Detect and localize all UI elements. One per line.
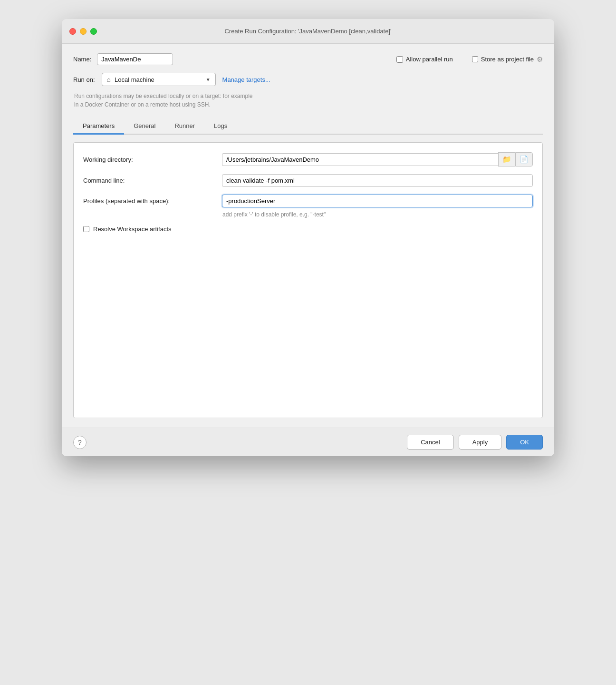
name-row-right: Allow parallel run Store as project file… <box>393 55 543 64</box>
maximize-button[interactable] <box>90 28 97 35</box>
tabs-bar: Parameters General Runner Logs <box>73 118 543 135</box>
parameters-panel: Working directory: 📁 📄 Command line: Pro… <box>73 142 543 418</box>
working-dir-input-group: 📁 📄 <box>222 152 533 166</box>
help-button[interactable]: ? <box>73 436 87 449</box>
resolve-label: Resolve Workspace artifacts <box>93 225 172 233</box>
footer-buttons: Cancel Apply OK <box>407 435 543 450</box>
close-button[interactable] <box>69 28 76 35</box>
gear-icon[interactable]: ⚙ <box>537 55 543 64</box>
profiles-row: Profiles (separated with space): <box>83 195 533 207</box>
folder-open-button[interactable]: 📁 <box>498 152 515 166</box>
titlebar: Create Run Configuration: 'JavaMavenDemo… <box>62 19 554 44</box>
working-dir-row: Working directory: 📁 📄 <box>83 152 533 166</box>
cancel-button[interactable]: Cancel <box>407 435 453 450</box>
command-line-input[interactable] <box>222 174 533 187</box>
name-input[interactable] <box>97 53 173 65</box>
store-project-group: Store as project file ⚙ <box>472 55 543 64</box>
run-on-row: Run on: ⌂ Local machine ▼ Manage targets… <box>73 73 543 86</box>
traffic-lights <box>69 28 97 35</box>
allow-parallel-label: Allow parallel run <box>406 56 453 63</box>
working-dir-label: Working directory: <box>83 156 216 163</box>
resolve-artifacts-row: Resolve Workspace artifacts <box>83 225 533 233</box>
manage-targets-link[interactable]: Manage targets... <box>222 76 270 83</box>
name-row: Name: Allow parallel run Store as projec… <box>73 53 543 65</box>
run-on-label: Run on: <box>73 76 95 83</box>
home-icon: ⌂ <box>107 76 111 83</box>
command-line-row: Command line: <box>83 174 533 187</box>
local-machine-text: Local machine <box>115 76 202 83</box>
dialog-window: Create Run Configuration: 'JavaMavenDemo… <box>62 19 554 456</box>
chevron-down-icon: ▼ <box>206 77 211 82</box>
run-on-hint: Run configurations may be executed local… <box>73 92 543 109</box>
footer: ? Cancel Apply OK <box>62 428 554 456</box>
allow-parallel-group: Allow parallel run <box>396 56 453 63</box>
folder-macro-button[interactable]: 📄 <box>515 152 533 166</box>
tab-parameters[interactable]: Parameters <box>73 118 124 135</box>
profiles-label: Profiles (separated with space): <box>83 197 216 205</box>
profiles-hint: add prefix '-' to disable profile, e.g. … <box>83 211 533 218</box>
profiles-input[interactable] <box>222 195 533 207</box>
allow-parallel-checkbox[interactable] <box>396 56 403 63</box>
resolve-checkbox[interactable] <box>83 226 89 232</box>
tab-logs[interactable]: Logs <box>204 118 237 135</box>
store-project-checkbox[interactable] <box>472 56 478 62</box>
working-dir-input[interactable] <box>222 153 498 166</box>
run-on-dropdown[interactable]: ⌂ Local machine ▼ <box>102 73 216 86</box>
store-project-label: Store as project file <box>481 56 534 63</box>
tab-general[interactable]: General <box>124 118 165 135</box>
ok-button[interactable]: OK <box>506 435 543 450</box>
command-line-label: Command line: <box>83 177 216 184</box>
tab-runner[interactable]: Runner <box>165 118 204 135</box>
window-title: Create Run Configuration: 'JavaMavenDemo… <box>224 28 391 35</box>
main-content: Name: Allow parallel run Store as projec… <box>62 44 554 428</box>
name-label: Name: <box>73 56 91 63</box>
minimize-button[interactable] <box>80 28 87 35</box>
apply-button[interactable]: Apply <box>459 435 502 450</box>
